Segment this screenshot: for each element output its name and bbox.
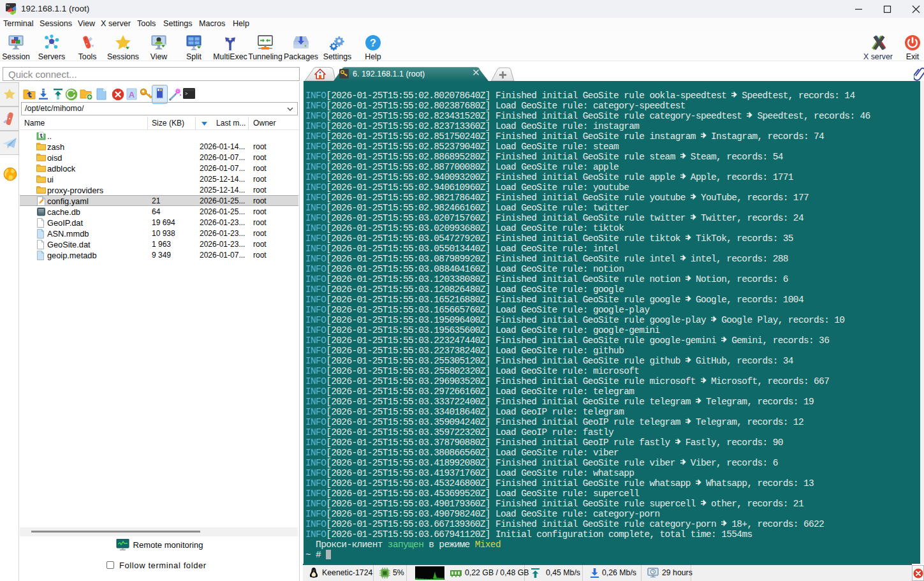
svg-text:?: ? bbox=[370, 38, 376, 48]
svg-text:>: > bbox=[185, 91, 187, 96]
svg-text:A: A bbox=[129, 90, 135, 99]
